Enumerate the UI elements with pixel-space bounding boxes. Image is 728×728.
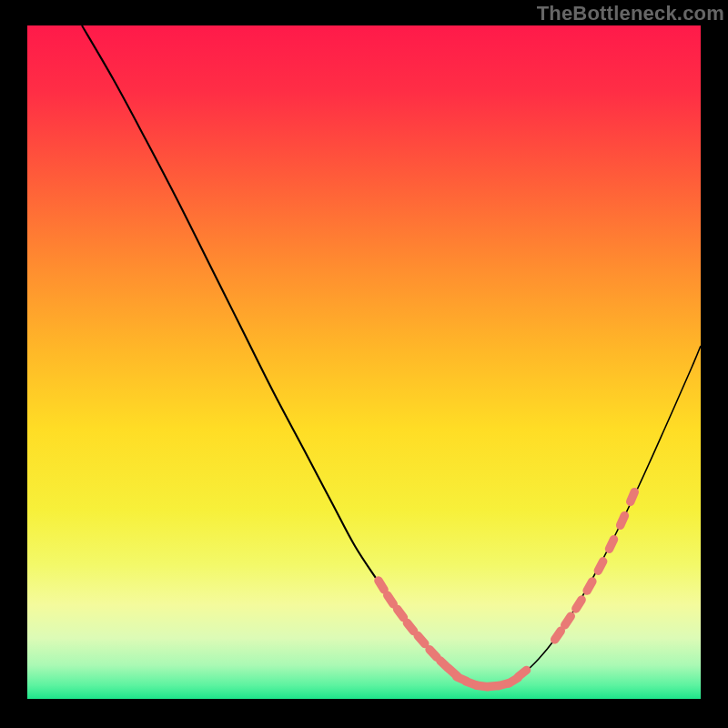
dot-marker <box>407 622 413 631</box>
dot-marker <box>598 561 602 571</box>
dot-marker <box>576 600 581 609</box>
right-branch-path <box>491 346 701 686</box>
dot-marker <box>398 609 404 617</box>
left-branch-path <box>82 25 491 686</box>
dot-marker <box>631 492 635 502</box>
dot-marker <box>430 650 437 658</box>
watermark-text: TheBottleneck.com <box>537 2 724 25</box>
dot-marker <box>388 595 394 604</box>
dot-marker <box>555 631 561 640</box>
dot-marker <box>565 616 571 625</box>
chart-stage: TheBottleneck.com <box>0 0 728 728</box>
marker-layer <box>379 492 634 687</box>
dot-marker <box>621 516 625 526</box>
curve-layer <box>27 25 701 699</box>
dot-marker <box>609 540 613 549</box>
dot-marker <box>518 670 526 676</box>
dot-marker <box>587 581 592 591</box>
plot-area <box>27 25 701 699</box>
dot-marker <box>379 581 384 590</box>
dot-marker <box>418 636 425 644</box>
